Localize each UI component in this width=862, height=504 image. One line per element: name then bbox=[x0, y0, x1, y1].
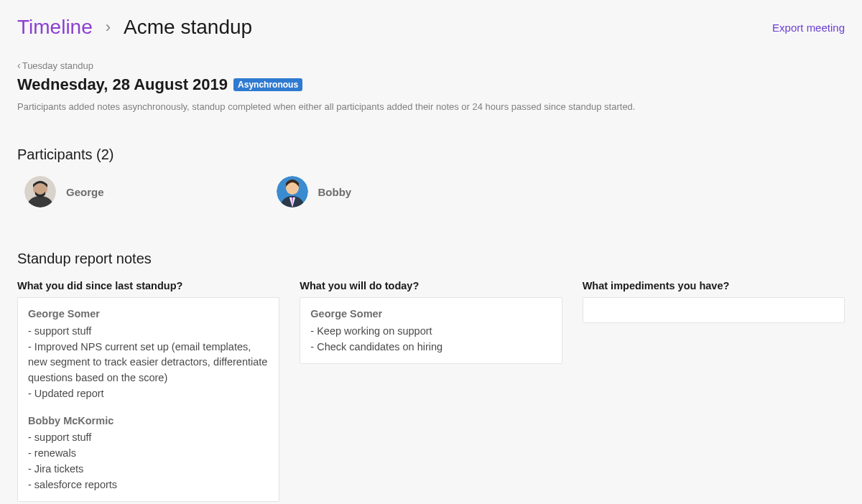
col-did: What you did since last standup? George … bbox=[17, 280, 279, 502]
meeting-description: Participants added notes asynchronously,… bbox=[17, 101, 845, 112]
note-box: George Somer- Keep working on support- C… bbox=[300, 297, 562, 364]
entry-author: Bobby McKormic bbox=[28, 414, 269, 429]
entry-author: George Somer bbox=[310, 307, 551, 322]
entry-line: - Check candidates on hiring bbox=[310, 340, 551, 355]
col-heading: What impediments you have? bbox=[583, 280, 845, 291]
notes-heading: Standup report notes bbox=[17, 251, 845, 267]
entry-line: - Updated report bbox=[28, 386, 269, 402]
timeline-link[interactable]: Timeline bbox=[17, 16, 93, 39]
participant-name: George bbox=[66, 186, 104, 198]
meeting-date: Wednesday, 28 August 2019 bbox=[17, 75, 228, 94]
export-meeting-link[interactable]: Export meeting bbox=[772, 22, 845, 34]
entry-line: - Jira tickets bbox=[28, 462, 269, 477]
entry-line: - Improved NPS current set up (email tem… bbox=[28, 340, 269, 386]
note-box: George Somer- support stuff- Improved NP… bbox=[17, 297, 279, 502]
entry-line: - renewals bbox=[28, 446, 269, 462]
breadcrumb-current: Acme standup bbox=[124, 16, 252, 39]
col-heading: What you did since last standup? bbox=[17, 280, 279, 291]
participants-heading: Participants (2) bbox=[17, 146, 845, 163]
col-will: What you will do today? George Somer- Ke… bbox=[300, 280, 562, 502]
async-badge: Asynchronous bbox=[233, 78, 302, 91]
entry-line: - support stuff bbox=[28, 324, 269, 340]
entry-author: George Somer bbox=[28, 307, 269, 322]
note-entry: George Somer- support stuff- Improved NP… bbox=[28, 307, 269, 402]
chevron-left-icon: ‹ bbox=[17, 60, 21, 71]
entry-line: - support stuff bbox=[28, 430, 269, 446]
note-entry: George Somer- Keep working on support- C… bbox=[310, 307, 551, 355]
note-box bbox=[583, 297, 845, 323]
note-entry: Bobby McKormic- support stuff- renewals-… bbox=[28, 414, 269, 493]
back-link[interactable]: ‹ Tuesday standup bbox=[17, 60, 93, 71]
participant-name: Bobby bbox=[318, 186, 352, 198]
col-impediments: What impediments you have? bbox=[583, 280, 845, 502]
entry-line: - Keep working on support bbox=[310, 324, 551, 340]
date-row: Wednesday, 28 August 2019 Asynchronous bbox=[17, 75, 845, 94]
chevron-right-icon: › bbox=[106, 18, 111, 37]
back-link-label: Tuesday standup bbox=[22, 60, 93, 71]
header: Timeline › Acme standup Export meeting bbox=[17, 16, 845, 39]
entry-line: - salesforce reports bbox=[28, 477, 269, 493]
participants-list: George Bobby bbox=[17, 176, 845, 207]
notes-columns: What you did since last standup? George … bbox=[17, 280, 845, 502]
avatar bbox=[277, 176, 308, 207]
participant-george: George bbox=[24, 176, 104, 207]
breadcrumb: Timeline › Acme standup bbox=[17, 16, 252, 39]
col-heading: What you will do today? bbox=[300, 280, 562, 291]
participant-bobby: Bobby bbox=[277, 176, 352, 207]
avatar bbox=[24, 176, 56, 207]
